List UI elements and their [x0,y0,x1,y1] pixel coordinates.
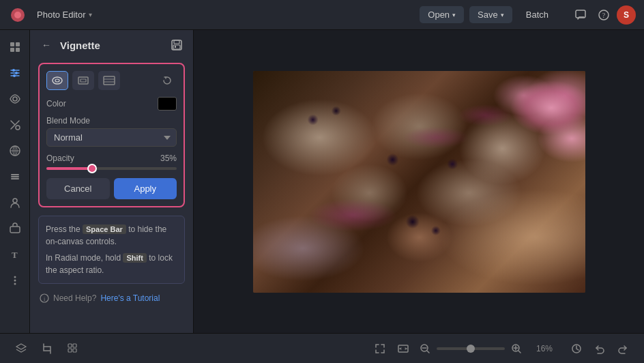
canvas-area [194,30,644,333]
bottom-crop-icon[interactable] [37,338,57,359]
help-icon[interactable]: ? [594,5,614,25]
undo-icon[interactable] [589,338,610,359]
shift-key: Shift [123,253,146,263]
opacity-slider-thumb[interactable] [87,164,97,173]
panel-back-button[interactable]: ← [38,37,55,53]
shape-radial-button[interactable] [46,71,68,90]
batch-button[interactable]: Batch [518,6,557,23]
tutorial-link[interactable]: Here's a Tutorial [100,293,160,303]
sidebar-item-adjust[interactable] [3,61,27,85]
zoom-slider-track[interactable] [437,347,505,350]
svg-point-32 [53,77,62,84]
svg-rect-35 [80,79,86,82]
help-row: i Need Help? Here's a Tutorial [30,289,193,307]
svg-line-52 [518,351,521,353]
svg-rect-19 [11,174,19,175]
fit-icon[interactable] [393,338,413,359]
cancel-button[interactable]: Cancel [46,178,110,199]
sidebar-item-layers[interactable] [3,165,27,188]
color-label: Color [46,99,158,108]
svg-rect-6 [16,42,20,46]
panel-save-icon[interactable] [169,37,185,53]
sidebar-item-people[interactable] [3,191,27,214]
blend-mode-select[interactable]: Normal Multiply Screen Overlay [46,128,177,147]
svg-line-48 [427,351,429,353]
info-icon: i [40,293,49,303]
zoom-out-button[interactable] [416,340,434,358]
svg-rect-41 [68,344,72,347]
app-name-label: Photo Editor [37,10,86,20]
help-pre-label: Need Help? [53,293,96,303]
tip-spacebar: Press the Space Bar to hide the on-canva… [46,223,177,248]
svg-text:?: ? [602,12,606,19]
svg-rect-8 [16,48,20,52]
svg-point-26 [14,280,16,282]
svg-text:T: T [12,250,18,260]
zoom-in-button[interactable] [508,340,525,358]
topbar: Photo Editor ▾ Open ▾ Save ▾ Batch ? S [0,0,644,30]
svg-point-15 [13,97,17,101]
opacity-row: Opacity 35% [46,154,177,170]
spacebar-key: Space Bar [83,224,126,234]
apply-button[interactable]: Apply [114,178,177,199]
svg-rect-34 [78,77,88,84]
main: T ← Vignette [0,30,644,333]
app-name-button[interactable]: Photo Editor ▾ [33,7,96,23]
bottom-layers-icon[interactable] [11,338,31,359]
sidebar-item-smart[interactable] [3,217,27,240]
svg-point-33 [55,79,59,82]
tips-box: Press the Space Bar to hide the on-canva… [38,216,185,284]
svg-rect-36 [104,76,115,85]
sidebar-item-effects[interactable] [3,113,27,136]
sidebar-item-more[interactable] [3,269,27,292]
opacity-slider-track[interactable] [46,167,177,170]
tip-shift: In Radial mode, hold Shift to lock the a… [46,252,177,276]
left-sidebar: T [0,30,30,333]
sidebar-item-view[interactable] [3,87,27,111]
svg-point-12 [15,72,18,74]
svg-point-22 [13,199,17,203]
svg-rect-30 [173,45,180,49]
color-swatch[interactable] [158,97,177,111]
svg-rect-44 [73,349,76,352]
redo-icon[interactable] [613,338,633,359]
app-chevron-icon: ▾ [89,11,92,18]
svg-point-16 [16,126,20,130]
history-icon[interactable] [566,338,587,359]
blend-mode-row: Blend Mode Normal Multiply Screen Overla… [46,116,177,147]
action-row: Cancel Apply [46,178,177,199]
vignette-panel: ← Vignette [30,30,194,333]
panel-title: Vignette [60,40,163,51]
fullscreen-icon[interactable] [370,338,390,359]
bottombar: 16% [0,333,644,363]
shape-wide-button[interactable] [98,71,120,90]
zoom-slider-thumb[interactable] [467,345,475,353]
save-chevron-icon: ▾ [501,12,504,18]
svg-rect-21 [11,178,19,179]
opacity-label: Opacity [46,154,74,163]
bottom-grid-icon[interactable] [63,338,83,359]
chat-icon[interactable] [570,5,591,25]
color-row: Color [46,97,177,111]
user-avatar[interactable]: S [617,5,636,25]
open-button[interactable]: Open ▾ [420,6,464,23]
reset-button[interactable] [158,71,177,90]
svg-point-1 [14,12,21,18]
zoom-value: 16% [528,344,553,353]
shape-rect-button[interactable] [72,71,94,90]
topbar-icons: ? S [570,5,636,25]
svg-rect-42 [73,344,76,347]
sidebar-item-filter[interactable] [3,139,27,162]
panel-header: ← Vignette [30,30,193,60]
save-button[interactable]: Save ▾ [469,6,512,23]
app-logo [8,5,27,25]
svg-point-27 [14,283,16,285]
sidebar-item-home[interactable] [3,35,27,59]
photo-purple [253,71,585,293]
svg-point-14 [13,74,16,77]
sidebar-item-text[interactable]: T [3,243,27,266]
svg-rect-23 [10,227,20,233]
svg-rect-43 [68,349,72,352]
photo-container [253,71,585,293]
opacity-slider-fill [46,167,92,170]
